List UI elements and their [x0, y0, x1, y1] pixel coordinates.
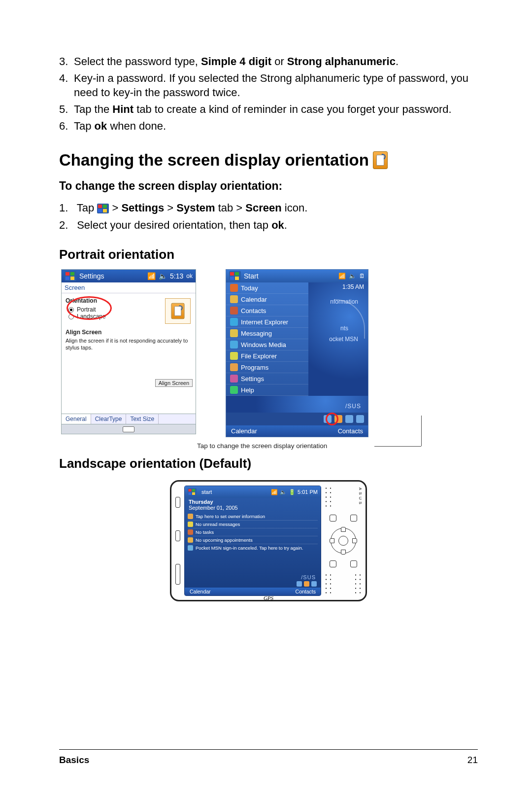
calendar-icon — [230, 295, 238, 303]
wm-titlebar: start 📶 🔈 🔋 5:01 PM — [185, 486, 321, 498]
clock-text: 5:01 PM — [298, 489, 318, 495]
help-icon — [230, 386, 238, 394]
softkey-right[interactable]: Contacts — [296, 589, 316, 594]
section-heading: Changing the screen display orientation — [59, 151, 478, 170]
softkey-left[interactable]: Calendar — [231, 427, 257, 435]
today-row-msn[interactable]: Pocket MSN sign-in canceled. Tap here to… — [188, 544, 318, 552]
today-row-appts[interactable]: No upcoming appointments — [188, 536, 318, 544]
today-background: 1:35 AM nformation nts ocket MSN — [308, 282, 368, 396]
messaging-icon — [230, 329, 238, 337]
system-tray — [226, 413, 368, 425]
step-3: 3.Select the password type, Simple 4 dig… — [59, 54, 478, 69]
hw-button-icon — [350, 515, 357, 522]
windows-flag-icon — [229, 271, 241, 281]
windows-flag-icon — [188, 488, 197, 496]
start-item-wmp[interactable]: Windows Media — [226, 339, 308, 350]
today-row-messages[interactable]: No unread messages — [188, 520, 318, 528]
softkey-bar: Calendar Contacts — [185, 588, 321, 595]
signal-icon: 📶 — [147, 272, 156, 280]
device-illustration: start 📶 🔈 🔋 5:01 PM Thursday September 0… — [170, 480, 367, 601]
windows-flag-icon — [97, 204, 109, 213]
wmp-icon — [230, 341, 238, 349]
rotate-device-icon — [373, 151, 388, 169]
side-button-icon — [175, 497, 180, 508]
today-clock: 1:35 AM — [342, 283, 364, 290]
wm-tabs: General ClearType Text Size — [62, 414, 196, 424]
tray-icon[interactable] — [356, 415, 364, 423]
tray-icon[interactable] — [297, 581, 302, 587]
wm-sip-bar — [62, 424, 196, 434]
device-screen: start 📶 🔈 🔋 5:01 PM Thursday September 0… — [184, 486, 321, 596]
start-item-help[interactable]: Help — [226, 384, 308, 396]
speaker-icon: 🔈 — [159, 272, 167, 280]
leader-line-icon — [374, 446, 421, 447]
start-item-file-explorer[interactable]: File Explorer — [226, 350, 308, 362]
wm-title-text: start — [201, 489, 212, 495]
rotate-preview-button[interactable] — [165, 298, 191, 324]
tray-icon[interactable] — [304, 581, 309, 587]
owner-icon — [188, 514, 193, 519]
tab-text-size[interactable]: Text Size — [126, 414, 159, 424]
swoosh-graphic-icon — [335, 299, 365, 339]
start-item-settings[interactable]: Settings — [226, 373, 308, 384]
start-item-calendar[interactable]: Calendar — [226, 294, 308, 305]
start-menu-list: Today Calendar Contacts Internet Explore… — [226, 282, 308, 396]
today-date: Thursday September 01, 2005 — [185, 498, 321, 512]
signal-icon: 📶 — [271, 489, 278, 495]
screenshots-row: Settings 📶 🔈 5:13 ok Screen Orientation … — [61, 269, 478, 437]
speaker-icon: 🔈 — [349, 273, 356, 279]
align-screen-button[interactable]: Align Screen — [155, 379, 193, 387]
tab-general[interactable]: General — [62, 414, 91, 424]
asus-logo: /SUS — [345, 403, 361, 410]
footer-section: Basics — [59, 755, 89, 766]
softkey-bar: Calendar Contacts — [226, 425, 368, 437]
today-icon — [230, 284, 238, 292]
softkey-right[interactable]: Contacts — [338, 427, 363, 435]
highlight-circle-icon — [326, 413, 338, 425]
start-item-today[interactable]: Today — [226, 282, 308, 294]
tray-icon[interactable] — [311, 581, 317, 587]
battery-icon: 🔋 — [289, 489, 296, 495]
start-item-ie[interactable]: Internet Explorer — [226, 316, 308, 328]
subsection-heading: To change the screen display orientation… — [59, 179, 478, 193]
page-footer: Basics 21 — [59, 749, 478, 766]
tray-icon[interactable] — [345, 415, 353, 423]
step-4: 4.Key-in a password. If you selected the… — [59, 71, 478, 100]
clock-text: 5:13 — [170, 272, 183, 280]
wm-title-text: Start — [244, 272, 259, 280]
today-row-owner[interactable]: Tap here to set owner information — [188, 513, 318, 520]
gps-label: GPS — [264, 595, 273, 601]
caption-text: Tap to change the screen display orienta… — [197, 442, 327, 450]
change-orientation-steps: 1. Tap > Settings > System tab > Screen … — [59, 200, 478, 233]
portrait-heading: Portrait orientation — [59, 247, 478, 262]
windows-flag-icon — [65, 271, 76, 281]
speaker-icon: 🔈 — [280, 489, 287, 495]
start-item-programs[interactable]: Programs — [226, 362, 308, 373]
wm-title-text: Settings — [79, 272, 104, 280]
side-button-icon — [175, 530, 180, 541]
file-explorer-icon — [230, 352, 238, 360]
calendar-icon — [188, 537, 193, 543]
leader-line-icon — [421, 416, 422, 446]
start-item-messaging[interactable]: Messaging — [226, 328, 308, 339]
ok-button[interactable]: ok — [186, 273, 193, 279]
start-item-contacts[interactable]: Contacts — [226, 305, 308, 316]
device-right-panel: • • • • •• • • • • ASUS • • • • •• • • •… — [324, 486, 363, 596]
tab-cleartype[interactable]: ClearType — [91, 414, 127, 424]
battery-icon: 🗓 — [359, 273, 365, 279]
orient-step-1: 1. Tap > Settings > System tab > Screen … — [59, 200, 478, 216]
hw-button-icon — [350, 560, 357, 567]
speaker-grille-icon: • • • • •• • • • • — [324, 488, 333, 508]
speaker-grille-icon: • • • • •• • • • • — [354, 574, 363, 594]
start-menu-screenshot: Start 📶 🔈 🗓 Today Calendar Contacts Inte… — [226, 269, 368, 437]
dpad-icon — [331, 528, 356, 554]
align-screen-label: Align Screen — [66, 329, 192, 336]
device-side-buttons — [174, 486, 181, 596]
settings-icon — [230, 375, 238, 383]
keyboard-icon[interactable] — [123, 426, 134, 432]
wm-titlebar: Start 📶 🔈 🗓 — [226, 270, 368, 282]
ie-icon — [230, 318, 238, 326]
softkey-left[interactable]: Calendar — [190, 589, 211, 594]
today-row-tasks[interactable]: No tasks — [188, 528, 318, 536]
hw-button-icon — [330, 515, 336, 522]
